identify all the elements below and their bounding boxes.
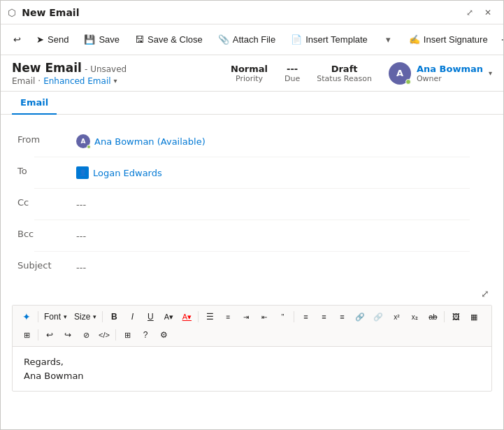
superscript-button[interactable]: x² [388,308,405,325]
to-contact-icon: 👤 [76,166,89,179]
due-label: Due [285,74,300,83]
status-label: Status Reason [317,74,372,83]
cc-label: Cc [17,196,73,208]
from-value[interactable]: A Ana Bowman (Available) [73,133,487,150]
cc-row: Cc --- [17,189,487,220]
save-close-icon: 🖫 [135,34,144,45]
due-value: --- [285,64,300,74]
cc-value[interactable]: --- [73,196,487,213]
unsaved-indicator: - Unsaved [85,64,127,74]
align-left-button[interactable]: ≡ [297,308,314,325]
align-right-button[interactable]: ≡ [333,308,350,325]
toolbar-separator-6 [38,329,38,341]
breadcrumb: Email · Enhanced Email ▾ [12,76,231,86]
strikethrough-button[interactable]: ab [424,308,441,325]
subject-label: Subject [17,259,73,271]
send-button[interactable]: ➤ Send [29,29,75,51]
bcc-value[interactable]: --- [73,227,487,244]
from-avatar: A [76,134,90,148]
title-bar-controls: ⤢ ✕ [461,4,496,21]
online-status-dot [405,79,411,85]
help-button[interactable]: ? [137,327,154,343]
highlight-button[interactable]: A▾ [160,308,177,325]
source-button[interactable]: </> [96,327,113,343]
numbered-list-button[interactable]: ≡ [219,308,236,325]
window-title: New Email [22,7,79,18]
font-family-selector[interactable]: Font ▾ [41,308,70,325]
priority-field: Normal Priority [231,64,268,83]
indent-decrease-button[interactable]: ⇤ [256,308,273,325]
email-window: ⬡ New Email ⤢ ✕ ↩ ➤ Send 💾 Save 🖫 Save &… [0,0,504,430]
to-value[interactable]: 👤 Logan Edwards [73,164,487,181]
attach-file-button[interactable]: 📎 Attach File [211,29,282,51]
editor-body[interactable]: Regards, Ana Bowman [13,347,491,391]
insert-table-3-button[interactable]: ⊞ [119,327,136,343]
align-center-button[interactable]: ≡ [315,308,332,325]
redo-button[interactable]: ↪ [59,327,76,343]
insert-template-button[interactable]: 📄 Insert Template [284,29,375,51]
font-color-button[interactable]: A▾ [178,308,195,325]
send-icon: ➤ [36,34,44,45]
ai-assist-button[interactable]: ✦ [18,308,35,325]
toolbar-separator-2 [102,311,103,322]
from-status-dot [87,145,91,149]
save-icon: 💾 [84,34,95,45]
toolbar-separator-4 [294,311,294,322]
save-button[interactable]: 💾 Save [77,29,127,51]
owner-field[interactable]: A Ana Bowman Owner ▾ [389,62,492,85]
attach-icon: 📎 [218,34,229,45]
clear-format-button[interactable]: ⊘ [78,327,94,343]
priority-label: Priority [231,74,268,83]
underline-button[interactable]: U [142,308,159,325]
bullet-list-button[interactable]: ☰ [201,308,218,325]
breadcrumb-enhanced-email[interactable]: Enhanced Email [43,76,110,86]
toolbar-separator-7 [115,329,116,341]
more-templates-button[interactable]: ▾ [383,29,394,51]
header-title-section: New Email - Unsaved Email · Enhanced Ema… [12,61,231,86]
owner-avatar: A [389,62,411,85]
navigate-back-button[interactable]: ↩ [6,29,28,51]
undo-button[interactable]: ↩ [41,327,58,343]
insert-image-button[interactable]: 🖼 [447,308,464,325]
bold-button[interactable]: B [106,308,122,325]
bcc-empty-text: --- [76,231,86,241]
header-row: New Email - Unsaved Email · Enhanced Ema… [1,55,503,92]
overflow-menu-button[interactable]: ⋯ [496,29,504,51]
blockquote-button[interactable]: " [274,308,291,325]
insert-table-2-button[interactable]: ⊞ [18,327,35,343]
status-value: Draft [317,64,372,74]
insert-table-button[interactable]: ▦ [466,308,482,325]
insert-signature-button[interactable]: ✍ Insert Signature [402,29,495,51]
expand-area: ⤢ [1,282,503,305]
status-field: Draft Status Reason [317,64,372,83]
close-button[interactable]: ✕ [480,4,496,21]
size-chevron-icon: ▾ [93,313,96,320]
indent-increase-button[interactable]: ⇥ [238,308,254,325]
toolbar-separator-3 [198,311,199,322]
insert-link-button[interactable]: 🔗 [352,308,368,325]
form-area: From A Ana Bowman (Available) To 👤 Logan… [1,115,503,429]
maximize-button[interactable]: ⤢ [461,4,478,21]
breadcrumb-chevron-icon: ▾ [114,77,117,85]
size-label: Size [74,312,90,322]
font-size-selector[interactable]: Size ▾ [71,308,99,325]
to-name-text: Logan Edwards [93,168,162,178]
subject-empty-text: --- [76,262,86,273]
tab-email[interactable]: Email [12,92,57,115]
from-row: From A Ana Bowman (Available) [17,126,487,157]
remove-link-button[interactable]: 🔗 [370,308,387,325]
toolbar-separator-1 [38,311,38,322]
record-title: New Email [12,61,82,75]
to-row: To 👤 Logan Edwards [17,157,487,188]
priority-value: Normal [231,64,268,74]
due-field: --- Due [285,64,300,83]
owner-label: Owner [417,74,483,83]
cc-empty-text: --- [76,199,86,210]
settings-button[interactable]: ⚙ [155,327,172,343]
subscript-button[interactable]: x₂ [406,308,423,325]
expand-editor-button[interactable]: ⤢ [478,285,492,302]
italic-button[interactable]: I [124,308,141,325]
owner-name: Ana Bowman [417,64,483,74]
save-close-button[interactable]: 🖫 Save & Close [128,29,210,51]
subject-value[interactable]: --- [73,259,487,275]
